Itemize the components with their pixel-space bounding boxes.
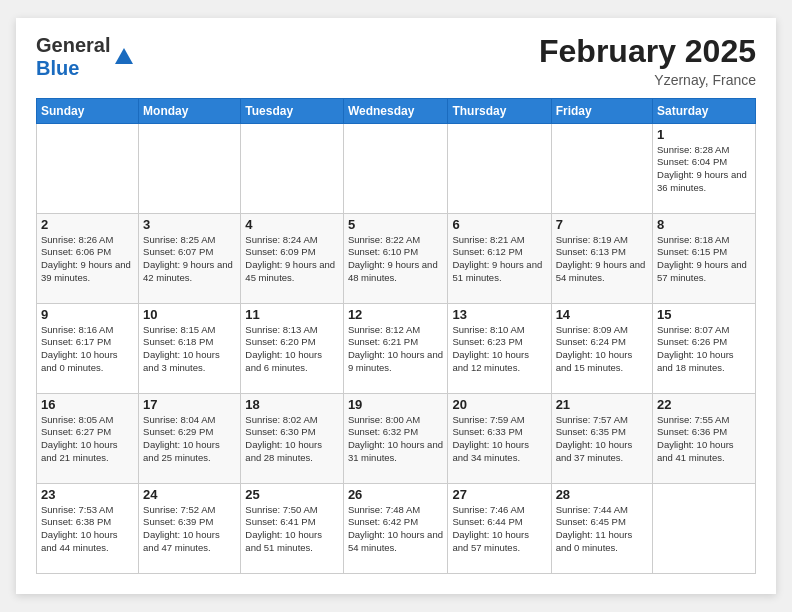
day-info: Sunrise: 8:15 AM Sunset: 6:18 PM Dayligh… bbox=[143, 324, 236, 375]
title-section: February 2025 Yzernay, France bbox=[539, 34, 756, 87]
calendar-cell bbox=[37, 123, 139, 213]
week-row-4: 16Sunrise: 8:05 AM Sunset: 6:27 PM Dayli… bbox=[37, 393, 756, 483]
days-header-row: SundayMondayTuesdayWednesdayThursdayFrid… bbox=[37, 98, 756, 123]
day-info: Sunrise: 8:10 AM Sunset: 6:23 PM Dayligh… bbox=[452, 324, 546, 375]
calendar-cell bbox=[653, 483, 756, 573]
day-number: 1 bbox=[657, 127, 751, 142]
month-title: February 2025 bbox=[539, 34, 756, 69]
svg-marker-0 bbox=[115, 48, 133, 64]
logo-general: General bbox=[36, 34, 110, 56]
day-info: Sunrise: 7:53 AM Sunset: 6:38 PM Dayligh… bbox=[41, 504, 134, 555]
calendar-cell bbox=[551, 123, 652, 213]
day-info: Sunrise: 8:21 AM Sunset: 6:12 PM Dayligh… bbox=[452, 234, 546, 285]
day-number: 17 bbox=[143, 397, 236, 412]
calendar-cell: 19Sunrise: 8:00 AM Sunset: 6:32 PM Dayli… bbox=[343, 393, 448, 483]
day-info: Sunrise: 8:05 AM Sunset: 6:27 PM Dayligh… bbox=[41, 414, 134, 465]
location: Yzernay, France bbox=[539, 72, 756, 88]
week-row-3: 9Sunrise: 8:16 AM Sunset: 6:17 PM Daylig… bbox=[37, 303, 756, 393]
calendar-container: General Blue February 2025 Yzernay, Fran… bbox=[16, 18, 776, 593]
day-number: 16 bbox=[41, 397, 134, 412]
calendar-cell: 5Sunrise: 8:22 AM Sunset: 6:10 PM Daylig… bbox=[343, 213, 448, 303]
day-number: 3 bbox=[143, 217, 236, 232]
day-number: 14 bbox=[556, 307, 648, 322]
calendar-cell: 1Sunrise: 8:28 AM Sunset: 6:04 PM Daylig… bbox=[653, 123, 756, 213]
calendar-cell: 24Sunrise: 7:52 AM Sunset: 6:39 PM Dayli… bbox=[139, 483, 241, 573]
week-row-2: 2Sunrise: 8:26 AM Sunset: 6:06 PM Daylig… bbox=[37, 213, 756, 303]
week-row-1: 1Sunrise: 8:28 AM Sunset: 6:04 PM Daylig… bbox=[37, 123, 756, 213]
day-header-tuesday: Tuesday bbox=[241, 98, 344, 123]
day-number: 26 bbox=[348, 487, 444, 502]
day-info: Sunrise: 8:19 AM Sunset: 6:13 PM Dayligh… bbox=[556, 234, 648, 285]
calendar-grid: SundayMondayTuesdayWednesdayThursdayFrid… bbox=[36, 98, 756, 574]
day-number: 8 bbox=[657, 217, 751, 232]
calendar-cell: 20Sunrise: 7:59 AM Sunset: 6:33 PM Dayli… bbox=[448, 393, 551, 483]
day-info: Sunrise: 8:22 AM Sunset: 6:10 PM Dayligh… bbox=[348, 234, 444, 285]
day-number: 9 bbox=[41, 307, 134, 322]
day-info: Sunrise: 8:24 AM Sunset: 6:09 PM Dayligh… bbox=[245, 234, 339, 285]
day-number: 7 bbox=[556, 217, 648, 232]
day-number: 18 bbox=[245, 397, 339, 412]
calendar-cell bbox=[448, 123, 551, 213]
calendar-cell: 28Sunrise: 7:44 AM Sunset: 6:45 PM Dayli… bbox=[551, 483, 652, 573]
calendar-cell: 6Sunrise: 8:21 AM Sunset: 6:12 PM Daylig… bbox=[448, 213, 551, 303]
logo-text: General Blue bbox=[36, 34, 110, 80]
calendar-cell: 15Sunrise: 8:07 AM Sunset: 6:26 PM Dayli… bbox=[653, 303, 756, 393]
day-info: Sunrise: 8:07 AM Sunset: 6:26 PM Dayligh… bbox=[657, 324, 751, 375]
day-number: 19 bbox=[348, 397, 444, 412]
day-info: Sunrise: 7:46 AM Sunset: 6:44 PM Dayligh… bbox=[452, 504, 546, 555]
day-info: Sunrise: 8:04 AM Sunset: 6:29 PM Dayligh… bbox=[143, 414, 236, 465]
day-info: Sunrise: 7:50 AM Sunset: 6:41 PM Dayligh… bbox=[245, 504, 339, 555]
day-number: 28 bbox=[556, 487, 648, 502]
calendar-cell: 8Sunrise: 8:18 AM Sunset: 6:15 PM Daylig… bbox=[653, 213, 756, 303]
day-info: Sunrise: 8:18 AM Sunset: 6:15 PM Dayligh… bbox=[657, 234, 751, 285]
calendar-cell: 12Sunrise: 8:12 AM Sunset: 6:21 PM Dayli… bbox=[343, 303, 448, 393]
logo: General Blue bbox=[36, 34, 135, 80]
calendar-cell: 21Sunrise: 7:57 AM Sunset: 6:35 PM Dayli… bbox=[551, 393, 652, 483]
day-header-monday: Monday bbox=[139, 98, 241, 123]
day-number: 11 bbox=[245, 307, 339, 322]
week-row-5: 23Sunrise: 7:53 AM Sunset: 6:38 PM Dayli… bbox=[37, 483, 756, 573]
calendar-cell: 25Sunrise: 7:50 AM Sunset: 6:41 PM Dayli… bbox=[241, 483, 344, 573]
day-header-friday: Friday bbox=[551, 98, 652, 123]
calendar-cell: 4Sunrise: 8:24 AM Sunset: 6:09 PM Daylig… bbox=[241, 213, 344, 303]
header: General Blue February 2025 Yzernay, Fran… bbox=[36, 34, 756, 87]
calendar-cell bbox=[241, 123, 344, 213]
day-info: Sunrise: 8:16 AM Sunset: 6:17 PM Dayligh… bbox=[41, 324, 134, 375]
calendar-cell: 13Sunrise: 8:10 AM Sunset: 6:23 PM Dayli… bbox=[448, 303, 551, 393]
calendar-cell: 14Sunrise: 8:09 AM Sunset: 6:24 PM Dayli… bbox=[551, 303, 652, 393]
calendar-cell: 23Sunrise: 7:53 AM Sunset: 6:38 PM Dayli… bbox=[37, 483, 139, 573]
day-info: Sunrise: 8:28 AM Sunset: 6:04 PM Dayligh… bbox=[657, 144, 751, 195]
day-info: Sunrise: 8:26 AM Sunset: 6:06 PM Dayligh… bbox=[41, 234, 134, 285]
day-info: Sunrise: 8:13 AM Sunset: 6:20 PM Dayligh… bbox=[245, 324, 339, 375]
day-info: Sunrise: 7:55 AM Sunset: 6:36 PM Dayligh… bbox=[657, 414, 751, 465]
day-number: 27 bbox=[452, 487, 546, 502]
day-number: 5 bbox=[348, 217, 444, 232]
day-info: Sunrise: 8:02 AM Sunset: 6:30 PM Dayligh… bbox=[245, 414, 339, 465]
day-number: 4 bbox=[245, 217, 339, 232]
calendar-cell: 10Sunrise: 8:15 AM Sunset: 6:18 PM Dayli… bbox=[139, 303, 241, 393]
day-number: 15 bbox=[657, 307, 751, 322]
day-info: Sunrise: 7:44 AM Sunset: 6:45 PM Dayligh… bbox=[556, 504, 648, 555]
day-header-wednesday: Wednesday bbox=[343, 98, 448, 123]
calendar-cell: 16Sunrise: 8:05 AM Sunset: 6:27 PM Dayli… bbox=[37, 393, 139, 483]
logo-blue: Blue bbox=[36, 57, 79, 79]
calendar-cell: 7Sunrise: 8:19 AM Sunset: 6:13 PM Daylig… bbox=[551, 213, 652, 303]
day-info: Sunrise: 7:57 AM Sunset: 6:35 PM Dayligh… bbox=[556, 414, 648, 465]
day-info: Sunrise: 8:25 AM Sunset: 6:07 PM Dayligh… bbox=[143, 234, 236, 285]
day-info: Sunrise: 8:12 AM Sunset: 6:21 PM Dayligh… bbox=[348, 324, 444, 375]
calendar-cell: 27Sunrise: 7:46 AM Sunset: 6:44 PM Dayli… bbox=[448, 483, 551, 573]
calendar-cell bbox=[343, 123, 448, 213]
day-number: 12 bbox=[348, 307, 444, 322]
day-header-sunday: Sunday bbox=[37, 98, 139, 123]
logo-icon bbox=[113, 46, 135, 68]
day-number: 2 bbox=[41, 217, 134, 232]
calendar-cell: 18Sunrise: 8:02 AM Sunset: 6:30 PM Dayli… bbox=[241, 393, 344, 483]
day-info: Sunrise: 7:59 AM Sunset: 6:33 PM Dayligh… bbox=[452, 414, 546, 465]
day-info: Sunrise: 8:00 AM Sunset: 6:32 PM Dayligh… bbox=[348, 414, 444, 465]
day-header-saturday: Saturday bbox=[653, 98, 756, 123]
day-info: Sunrise: 7:52 AM Sunset: 6:39 PM Dayligh… bbox=[143, 504, 236, 555]
calendar-cell bbox=[139, 123, 241, 213]
day-number: 13 bbox=[452, 307, 546, 322]
day-info: Sunrise: 8:09 AM Sunset: 6:24 PM Dayligh… bbox=[556, 324, 648, 375]
day-number: 24 bbox=[143, 487, 236, 502]
